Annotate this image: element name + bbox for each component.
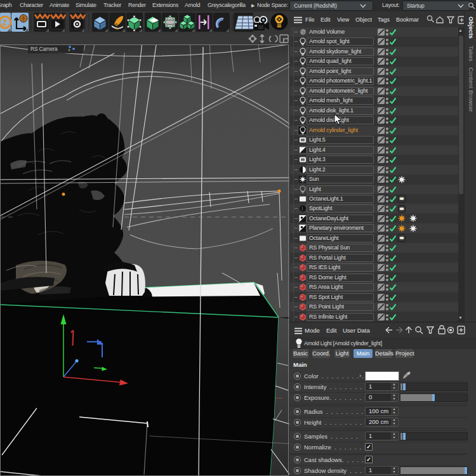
svg-text:Z: Z — [3, 18, 7, 27]
svg-text:RS Camera: RS Camera — [30, 46, 58, 52]
